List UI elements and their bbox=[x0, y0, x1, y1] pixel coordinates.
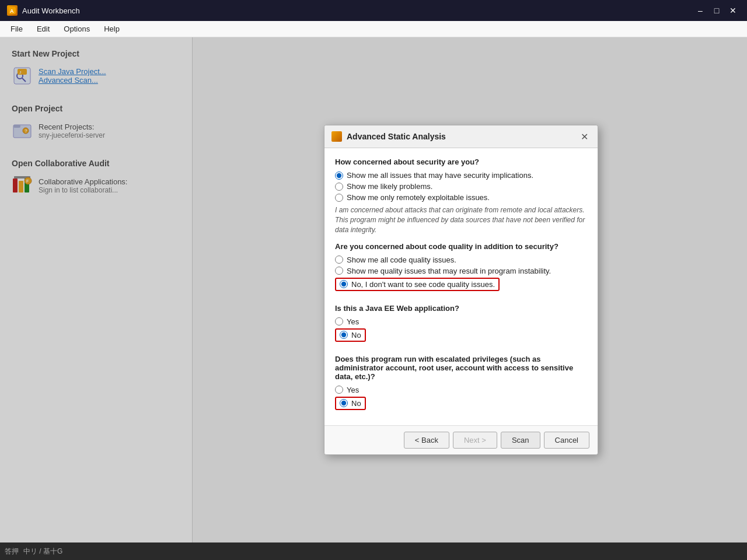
security-radio-2[interactable] bbox=[335, 183, 343, 191]
security-option-2[interactable]: Show me likely problems. bbox=[335, 182, 587, 191]
menu-bar: File Edit Options Help bbox=[0, 21, 747, 37]
app-icon: A bbox=[7, 5, 18, 16]
quality-option-2[interactable]: Show me quality issues that may result i… bbox=[335, 267, 587, 275]
minimize-button[interactable]: – bbox=[693, 4, 707, 18]
jee-option-yes[interactable]: Yes bbox=[335, 317, 587, 326]
svg-text:A: A bbox=[10, 8, 14, 14]
taskbar-left: 答押 bbox=[5, 547, 19, 556]
app-title: Audit Workbench bbox=[22, 6, 80, 15]
next-button[interactable]: Next > bbox=[453, 432, 497, 449]
quality-option-3[interactable]: No, I don't want to see code quality iss… bbox=[335, 278, 500, 291]
maximize-button[interactable]: □ bbox=[710, 4, 724, 18]
quality-label-3: No, I don't want to see code quality iss… bbox=[351, 280, 495, 289]
menu-options[interactable]: Options bbox=[58, 22, 96, 36]
jee-radio-no[interactable] bbox=[340, 331, 348, 339]
quality-radio-3[interactable] bbox=[340, 280, 348, 288]
security-label-3: Show me only remotely exploitable issues… bbox=[347, 193, 490, 202]
dialog-footer: < Back Next > Scan Cancel bbox=[324, 425, 598, 454]
security-label-1: Show me all issues that may have securit… bbox=[347, 171, 533, 180]
privileges-label-yes: Yes bbox=[347, 386, 359, 394]
privileges-option-no[interactable]: No bbox=[335, 397, 366, 410]
taskbar-middle: 中リ / 基十G bbox=[23, 547, 62, 556]
security-radio-1[interactable] bbox=[335, 172, 343, 180]
privileges-radio-group: Yes No bbox=[335, 386, 587, 412]
taskbar: 答押 中リ / 基十G bbox=[0, 542, 747, 560]
back-button[interactable]: < Back bbox=[404, 432, 449, 449]
quality-radio-group: Show me all code quality issues. Show me… bbox=[335, 256, 587, 293]
advanced-static-analysis-dialog: Advanced Static Analysis ✕ How concerned… bbox=[324, 125, 598, 454]
menu-help[interactable]: Help bbox=[98, 22, 125, 36]
quality-label-2: Show me quality issues that may result i… bbox=[347, 267, 551, 275]
dialog-body: How concerned about security are you? Sh… bbox=[324, 148, 598, 425]
security-note: I am concerned about attacks that can or… bbox=[335, 205, 587, 235]
dialog-icon bbox=[331, 131, 342, 142]
security-radio-group: Show me all issues that may have securit… bbox=[335, 171, 587, 202]
quality-label-1: Show me all code quality issues. bbox=[347, 256, 456, 264]
security-option-3[interactable]: Show me only remotely exploitable issues… bbox=[335, 193, 587, 202]
window-controls: – □ ✕ bbox=[693, 4, 740, 18]
dialog-titlebar: Advanced Static Analysis ✕ bbox=[324, 125, 598, 148]
scan-button[interactable]: Scan bbox=[501, 432, 540, 449]
dialog-close-button[interactable]: ✕ bbox=[578, 130, 591, 143]
privileges-option-yes[interactable]: Yes bbox=[335, 386, 587, 394]
close-window-button[interactable]: ✕ bbox=[726, 4, 740, 18]
cancel-button[interactable]: Cancel bbox=[544, 432, 589, 449]
privileges-radio-yes[interactable] bbox=[335, 386, 343, 394]
security-label-2: Show me likely problems. bbox=[347, 182, 432, 191]
security-option-1[interactable]: Show me all issues that may have securit… bbox=[335, 171, 587, 180]
menu-file[interactable]: File bbox=[5, 22, 29, 36]
jee-label-no: No bbox=[351, 331, 361, 340]
dialog-overlay: Advanced Static Analysis ✕ How concerned… bbox=[0, 37, 747, 542]
quality-option-1[interactable]: Show me all code quality issues. bbox=[335, 256, 587, 264]
jee-label-yes: Yes bbox=[347, 317, 359, 326]
jee-radio-group: Yes No bbox=[335, 317, 587, 344]
menu-edit[interactable]: Edit bbox=[31, 22, 55, 36]
quality-radio-2[interactable] bbox=[335, 267, 343, 275]
privileges-radio-no[interactable] bbox=[340, 399, 348, 407]
dialog-title: Advanced Static Analysis bbox=[347, 132, 446, 141]
jee-question: Is this a Java EE Web application? bbox=[335, 304, 587, 313]
quality-radio-1[interactable] bbox=[335, 256, 343, 264]
security-question: How concerned about security are you? bbox=[335, 158, 587, 166]
jee-radio-yes[interactable] bbox=[335, 317, 343, 326]
security-radio-3[interactable] bbox=[335, 194, 343, 202]
quality-question: Are you concerned about code quality in … bbox=[335, 242, 587, 251]
privileges-question: Does this program run with escalated pri… bbox=[335, 355, 587, 381]
privileges-label-no: No bbox=[351, 399, 361, 408]
title-bar: A Audit Workbench – □ ✕ bbox=[0, 0, 747, 21]
jee-option-no[interactable]: No bbox=[335, 328, 366, 342]
